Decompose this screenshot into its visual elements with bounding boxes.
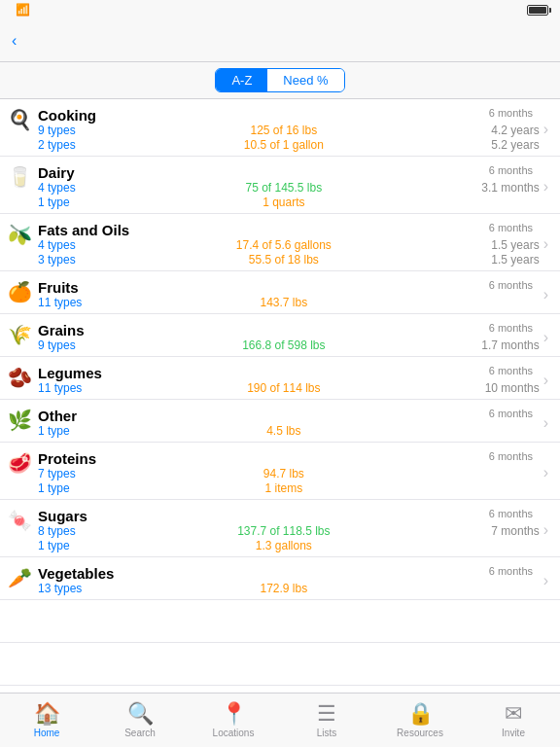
type-row: 8 types 137.7 of 118.5 lbs 7 months bbox=[38, 524, 540, 538]
category-header[interactable]: 🍬 Sugars 8 types 137.7 of 118.5 lbs 7 mo… bbox=[0, 500, 560, 556]
category-header[interactable]: 🫒 Fats and Oils 4 types 17.4 of 5.6 gall… bbox=[0, 214, 560, 270]
category-types: 11 types 190 of 114 lbs 10 months bbox=[38, 381, 540, 395]
category-header[interactable]: 🍊 Fruits 11 types 143.7 lbs 6 months › bbox=[0, 271, 560, 313]
category-info: Legumes 11 types 190 of 114 lbs 10 month… bbox=[38, 365, 540, 395]
category-types: 9 types 166.8 of 598 lbs 1.7 months bbox=[38, 338, 540, 352]
type-amount: 1.3 gallons bbox=[96, 539, 472, 552]
six-months-label: 6 months bbox=[489, 365, 533, 376]
chevron-right-icon: › bbox=[543, 329, 548, 346]
segment-control: A-Z Need % bbox=[215, 68, 344, 92]
empty-row bbox=[0, 643, 560, 686]
six-months-label: 6 months bbox=[489, 450, 533, 462]
category-name: Vegetables bbox=[38, 565, 540, 582]
category-group[interactable]: 🍳 Cooking 9 types 125 of 16 lbs 4.2 year… bbox=[0, 99, 560, 157]
type-label: 3 types bbox=[38, 253, 96, 267]
category-icon: 🥛 bbox=[8, 165, 32, 189]
category-name: Other bbox=[38, 408, 540, 424]
type-amount: 172.9 lbs bbox=[96, 582, 472, 595]
category-icon: 🌾 bbox=[8, 323, 32, 346]
tab-item-locations[interactable]: 📍 Locations bbox=[187, 699, 280, 738]
tab-icon-home: 🏠 bbox=[34, 701, 60, 727]
back-button[interactable]: ‹ bbox=[12, 32, 18, 50]
category-info: Vegetables 13 types 172.9 lbs bbox=[38, 565, 540, 595]
category-types: 7 types 94.7 lbs 1 type 1 items bbox=[38, 467, 540, 495]
six-months-label: 6 months bbox=[489, 107, 533, 119]
category-group[interactable]: 🍬 Sugars 8 types 137.7 of 118.5 lbs 7 mo… bbox=[0, 500, 560, 557]
category-group[interactable]: 🌿 Other 1 type 4.5 lbs 6 months › bbox=[0, 400, 560, 443]
type-row: 1 type 1 quarts bbox=[38, 196, 540, 209]
category-name: Proteins bbox=[38, 450, 540, 467]
category-group[interactable]: 🥛 Dairy 4 types 75 of 145.5 lbs 3.1 mont… bbox=[0, 157, 560, 214]
tab-icon-locations: 📍 bbox=[221, 701, 247, 727]
type-row: 11 types 143.7 lbs bbox=[38, 296, 540, 309]
type-amount: 137.7 of 118.5 lbs bbox=[96, 524, 472, 538]
six-months-label: 6 months bbox=[489, 565, 533, 577]
chevron-right-icon: › bbox=[543, 235, 548, 253]
type-amount: 166.8 of 598 lbs bbox=[96, 338, 472, 352]
category-header[interactable]: 🌿 Other 1 type 4.5 lbs 6 months › bbox=[0, 400, 560, 442]
empty-row bbox=[0, 600, 560, 643]
tab-item-invite[interactable]: ✉ Invite bbox=[467, 699, 560, 738]
type-row: 1 type 4.5 lbs bbox=[38, 424, 540, 438]
category-icon: 🫒 bbox=[8, 223, 32, 246]
category-types: 1 type 4.5 lbs bbox=[38, 424, 540, 438]
type-label: 9 types bbox=[38, 124, 96, 137]
type-amount: 75 of 145.5 lbs bbox=[96, 181, 472, 195]
category-icon: 🌿 bbox=[8, 409, 32, 432]
status-bar: 📶 bbox=[0, 0, 560, 19]
category-group[interactable]: 🥕 Vegetables 13 types 172.9 lbs 6 months… bbox=[0, 557, 560, 600]
category-header[interactable]: 🥕 Vegetables 13 types 172.9 lbs 6 months… bbox=[0, 557, 560, 599]
category-name: Fats and Oils bbox=[38, 222, 540, 238]
type-label: 1 type bbox=[38, 424, 96, 438]
type-duration: 4.2 years bbox=[472, 124, 540, 137]
category-header[interactable]: 🍳 Cooking 9 types 125 of 16 lbs 4.2 year… bbox=[0, 99, 560, 156]
type-amount: 1 items bbox=[96, 481, 472, 495]
type-row: 4 types 75 of 145.5 lbs 3.1 months bbox=[38, 181, 540, 195]
tab-item-home[interactable]: 🏠 Home bbox=[0, 699, 93, 738]
category-header[interactable]: 🌾 Grains 9 types 166.8 of 598 lbs 1.7 mo… bbox=[0, 314, 560, 356]
chevron-left-icon: ‹ bbox=[12, 32, 17, 50]
category-name: Cooking bbox=[38, 107, 540, 124]
category-group[interactable]: 🍊 Fruits 11 types 143.7 lbs 6 months › bbox=[0, 271, 560, 314]
segment-az[interactable]: A-Z bbox=[216, 69, 267, 91]
category-group[interactable]: 🫘 Legumes 11 types 190 of 114 lbs 10 mon… bbox=[0, 357, 560, 400]
type-label: 11 types bbox=[38, 381, 96, 395]
tab-icon-search: 🔍 bbox=[127, 701, 154, 727]
category-header[interactable]: 🫘 Legumes 11 types 190 of 114 lbs 10 mon… bbox=[0, 357, 560, 399]
type-label: 1 type bbox=[38, 196, 96, 209]
category-group[interactable]: 🫒 Fats and Oils 4 types 17.4 of 5.6 gall… bbox=[0, 214, 560, 271]
type-amount: 17.4 of 5.6 gallons bbox=[96, 238, 472, 252]
chevron-right-icon: › bbox=[543, 464, 548, 481]
tab-item-search[interactable]: 🔍 Search bbox=[93, 699, 187, 738]
tab-label-search: Search bbox=[124, 728, 156, 738]
type-row: 3 types 55.5 of 18 lbs 1.5 years bbox=[38, 253, 540, 267]
category-icon: 🍬 bbox=[8, 509, 32, 532]
category-info: Sugars 8 types 137.7 of 118.5 lbs 7 mont… bbox=[38, 508, 540, 552]
type-amount: 143.7 lbs bbox=[96, 296, 472, 309]
category-icon: 🥩 bbox=[8, 451, 32, 475]
type-duration: 5.2 years bbox=[472, 138, 540, 152]
type-row: 9 types 166.8 of 598 lbs 1.7 months bbox=[38, 338, 540, 352]
type-label: 1 type bbox=[38, 539, 96, 552]
type-amount: 10.5 of 1 gallon bbox=[96, 138, 472, 152]
category-info: Proteins 7 types 94.7 lbs 1 type 1 items bbox=[38, 450, 540, 495]
category-header[interactable]: 🥛 Dairy 4 types 75 of 145.5 lbs 3.1 mont… bbox=[0, 157, 560, 213]
tab-icon-invite: ✉ bbox=[505, 701, 522, 727]
type-duration: 7 months bbox=[472, 524, 540, 538]
six-months-label: 6 months bbox=[489, 164, 533, 176]
type-amount: 94.7 lbs bbox=[96, 467, 472, 480]
type-amount: 55.5 of 18 lbs bbox=[96, 253, 472, 267]
category-group[interactable]: 🌾 Grains 9 types 166.8 of 598 lbs 1.7 mo… bbox=[0, 314, 560, 357]
tab-item-resources[interactable]: 🔒 Resources bbox=[373, 699, 467, 738]
type-duration: 1.5 years bbox=[472, 253, 540, 267]
category-group[interactable]: 🥩 Proteins 7 types 94.7 lbs 1 type 1 ite… bbox=[0, 443, 560, 500]
tab-item-lists[interactable]: ☰ Lists bbox=[280, 699, 373, 738]
category-name: Fruits bbox=[38, 279, 540, 296]
battery-icon bbox=[527, 5, 548, 16]
six-months-label: 6 months bbox=[489, 222, 533, 233]
category-header[interactable]: 🥩 Proteins 7 types 94.7 lbs 1 type 1 ite… bbox=[0, 443, 560, 499]
tab-label-invite: Invite bbox=[502, 728, 525, 738]
category-name: Dairy bbox=[38, 164, 540, 181]
tab-label-locations: Locations bbox=[213, 728, 255, 738]
segment-need-pct[interactable]: Need % bbox=[267, 69, 343, 91]
